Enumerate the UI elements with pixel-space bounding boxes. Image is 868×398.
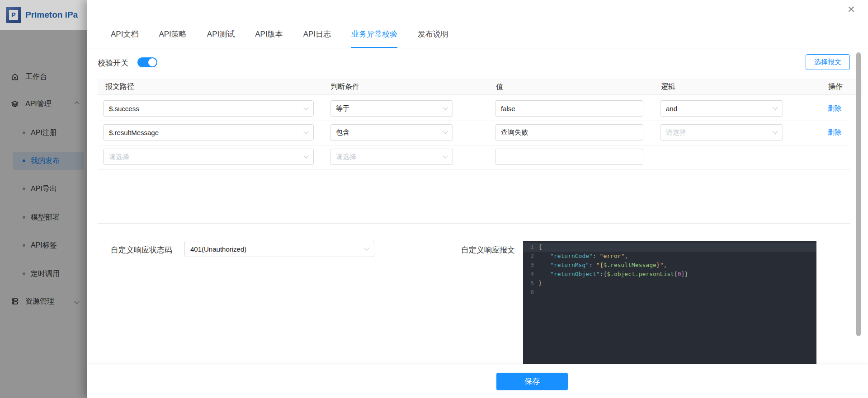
- sidebar-item-workbench[interactable]: 工作台: [0, 68, 87, 86]
- bullet-icon: [23, 272, 25, 275]
- logic-select-row2[interactable]: 请选择: [660, 124, 783, 140]
- code-line: 6: [523, 288, 816, 297]
- sidebar: P Primeton iPa 工作台 API管理 API注册: [0, 0, 87, 398]
- sidebar-item-label: 我的发布: [31, 156, 60, 166]
- path-select-row2[interactable]: $.resultMessage: [103, 124, 314, 140]
- sidebar-item-api-register[interactable]: API注册: [13, 124, 84, 142]
- api-detail-modal: ✕ API文档 API策略 API测试 API版本 API日志 业务异常校验 发…: [87, 0, 868, 398]
- code-line: 5 }: [523, 279, 816, 288]
- sidebar-item-scheduled-call[interactable]: 定时调用: [13, 265, 84, 283]
- chevron-down-icon: [303, 129, 308, 134]
- path-select-row1[interactable]: $.success: [103, 100, 314, 117]
- value-input-row2[interactable]: [495, 124, 643, 140]
- value-input-row3[interactable]: [495, 149, 643, 165]
- brand-name: Primeton iPa: [25, 10, 78, 20]
- delete-link-row1[interactable]: 删除: [828, 104, 841, 113]
- line-number: 6: [523, 288, 538, 297]
- sidebar-item-api-tags[interactable]: API标签: [13, 236, 84, 254]
- brand-header: P Primeton iPa: [0, 0, 87, 30]
- tab-api-policy[interactable]: API策略: [159, 29, 186, 48]
- line-number: 3: [523, 261, 538, 270]
- code-line: 4 "returnObject":{$.object.personList[0]…: [523, 270, 816, 279]
- sidebar-item-label: API注册: [31, 128, 57, 138]
- tab-api-test[interactable]: API测试: [207, 29, 235, 48]
- check-switch-toggle[interactable]: [137, 57, 157, 67]
- layers-icon: [11, 100, 19, 108]
- chevron-down-icon: [443, 153, 448, 158]
- code-line: 3 "returnMsg": "{$.resultMessage}",: [523, 261, 816, 270]
- line-number: 1: [523, 243, 538, 252]
- bullet-icon: [23, 159, 25, 162]
- condition-select-row2[interactable]: 包含: [330, 124, 453, 140]
- sidebar-item-api-management[interactable]: API管理: [0, 95, 87, 113]
- tab-bar: API文档 API策略 API测试 API版本 API日志 业务异常校验 发布说…: [87, 0, 868, 48]
- server-icon: [11, 297, 19, 305]
- column-header-action: 操作: [828, 79, 843, 95]
- line-number: 4: [523, 270, 538, 279]
- bullet-icon: [23, 244, 25, 247]
- sidebar-item-label: API导出: [31, 184, 57, 194]
- sidebar-item-api-export[interactable]: API导出: [13, 180, 84, 198]
- tab-publish-notes[interactable]: 发布说明: [418, 29, 448, 48]
- column-header-value: 值: [496, 79, 503, 95]
- path-select-row3[interactable]: 请选择: [103, 149, 314, 165]
- condition-select-row1[interactable]: 等于: [330, 100, 453, 117]
- toggle-knob: [148, 58, 156, 66]
- code-line: 2 "returnCode": "error",: [523, 252, 816, 261]
- chevron-down-icon: [443, 105, 448, 110]
- path-select-value: $.success: [109, 105, 139, 112]
- save-button[interactable]: 保存: [496, 373, 568, 390]
- tab-api-version[interactable]: API版本: [255, 29, 283, 48]
- condition-select-placeholder: 请选择: [336, 153, 356, 161]
- home-icon: [11, 73, 19, 81]
- sidebar-item-model-deploy[interactable]: 模型部署: [13, 208, 84, 226]
- row-divider: [98, 121, 850, 121]
- select-message-button[interactable]: 选择报文: [806, 54, 850, 70]
- sidebar-item-label: 定时调用: [31, 269, 60, 279]
- column-header-path: 报文路径: [105, 79, 134, 95]
- modal-footer: 保存: [87, 365, 868, 398]
- custom-status-label: 自定义响应状态码: [111, 245, 172, 255]
- screen: P Primeton iPa 工作台 API管理 API注册: [0, 0, 868, 398]
- tab-api-doc[interactable]: API文档: [111, 29, 138, 48]
- value-input-row1[interactable]: [495, 100, 643, 117]
- sidebar-item-label: 资源管理: [25, 297, 54, 306]
- chevron-down-icon: [74, 299, 79, 304]
- sidebar-item-resource-management[interactable]: 资源管理: [0, 292, 87, 310]
- tab-api-log[interactable]: API日志: [303, 29, 331, 48]
- sidebar-item-label: API管理: [25, 99, 52, 109]
- section-divider: [98, 223, 850, 224]
- chevron-down-icon: [773, 105, 778, 110]
- vertical-scrollbar[interactable]: [856, 52, 861, 336]
- custom-status-select[interactable]: 401(Unauthorized): [184, 241, 374, 257]
- sidebar-item-my-publish[interactable]: 我的发布: [13, 152, 84, 170]
- custom-status-value: 401(Unauthorized): [190, 245, 246, 253]
- chevron-down-icon: [773, 129, 778, 134]
- condition-select-row3[interactable]: 请选择: [330, 149, 453, 165]
- condition-select-value: 等于: [336, 104, 349, 113]
- chevron-down-icon: [443, 129, 448, 134]
- column-header-condition: 判断条件: [330, 79, 359, 95]
- sidebar-item-label: API标签: [31, 241, 57, 250]
- sidebar-item-label: 工作台: [25, 72, 47, 82]
- logic-select-placeholder: 请选择: [666, 128, 686, 137]
- column-header-logic: 逻辑: [661, 79, 675, 95]
- logic-select-row1[interactable]: and: [660, 100, 783, 117]
- check-switch-label: 校验开关: [98, 58, 128, 68]
- app-logo-icon: P: [6, 7, 21, 23]
- tab-business-exception-check[interactable]: 业务异常校验: [351, 29, 397, 48]
- logic-select-value: and: [666, 105, 677, 112]
- rules-table-header: 报文路径 判断条件 值 逻辑 操作: [98, 79, 862, 95]
- bullet-icon: [23, 131, 25, 134]
- chevron-up-icon: [74, 101, 79, 106]
- custom-response-label: 自定义响应报文: [461, 245, 515, 255]
- line-number: 2: [523, 252, 538, 261]
- row-divider: [98, 169, 850, 170]
- delete-link-row2[interactable]: 删除: [828, 128, 841, 137]
- response-code-editor[interactable]: 1 { 2 "returnCode": "error", 3 "returnMs…: [523, 241, 816, 364]
- sidebar-item-label: 模型部署: [31, 213, 60, 222]
- line-number: 5: [523, 279, 538, 288]
- bullet-icon: [23, 216, 25, 219]
- bullet-icon: [23, 187, 25, 190]
- path-select-placeholder: 请选择: [109, 153, 129, 161]
